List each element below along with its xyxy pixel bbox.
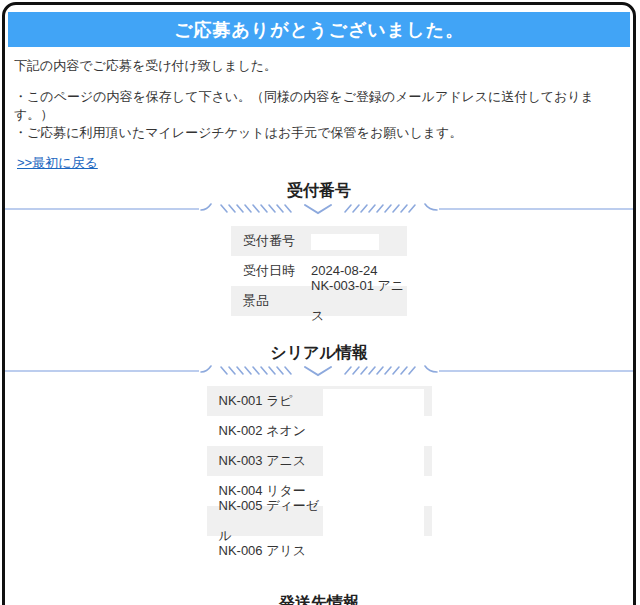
serial-table: NK-001 ラピ NK-002 ネオン NK-003 アニス NK-004 リ… — [207, 386, 432, 566]
prize-label: 景品 — [231, 286, 305, 316]
divider-line-right — [439, 208, 633, 210]
note-item: ・ご応募に利用頂いたマイレージチケットはお手元で保管をお願いします。 — [14, 124, 633, 142]
divider-decoration-icon — [199, 364, 439, 378]
receipt-date-label: 受付日時 — [231, 256, 305, 286]
serial-label: NK-003 アニス — [207, 446, 326, 476]
serial-section-heading: シリアル情報 — [5, 343, 633, 363]
divider-decoration-icon — [199, 202, 439, 216]
serial-label: NK-001 ラピ — [207, 386, 326, 416]
section-divider — [5, 202, 633, 216]
serial-label: NK-002 ネオン — [207, 416, 326, 446]
divider-line-left — [5, 208, 199, 210]
serial-values-redacted — [323, 389, 424, 537]
table-row: 景品 NK-003-01 アニス — [231, 286, 407, 316]
divider-line-left — [5, 370, 199, 372]
back-link-wrap: >>最初に戻る — [17, 154, 633, 172]
notes-list: ・このページの内容を保存して下さい。（同様の内容をご登録のメールアドレスに送付し… — [14, 88, 633, 142]
page-frame: ご応募ありがとうございました。 下記の内容でご応募を受け付け致しました。 ・この… — [2, 2, 636, 605]
divider-line-right — [439, 370, 633, 372]
back-to-start-link[interactable]: >>最初に戻る — [17, 155, 98, 170]
note-item: ・このページの内容を保存して下さい。（同様の内容をご登録のメールアドレスに送付し… — [14, 88, 633, 124]
page-title: ご応募ありがとうございました。 — [174, 18, 464, 42]
section-divider — [5, 364, 633, 378]
receipt-number-value — [305, 226, 407, 256]
prize-value: NK-003-01 アニス — [305, 271, 407, 331]
receipt-number-redacted — [311, 234, 379, 250]
receipt-number-label: 受付番号 — [231, 226, 305, 256]
intro-message: 下記の内容でご応募を受け付け致しました。 — [14, 57, 633, 74]
shipping-section-heading: 発送先情報 — [5, 593, 633, 605]
receipt-section-heading: 受付番号 — [5, 181, 633, 201]
table-row: 受付番号 — [231, 226, 407, 256]
receipt-table: 受付番号 受付日時 2024-08-24 景品 NK-003-01 アニス — [231, 226, 407, 316]
table-row: NK-006 アリス — [207, 536, 432, 566]
serial-label: NK-006 アリス — [207, 536, 326, 566]
page-header: ご応募ありがとうございました。 — [8, 12, 630, 47]
